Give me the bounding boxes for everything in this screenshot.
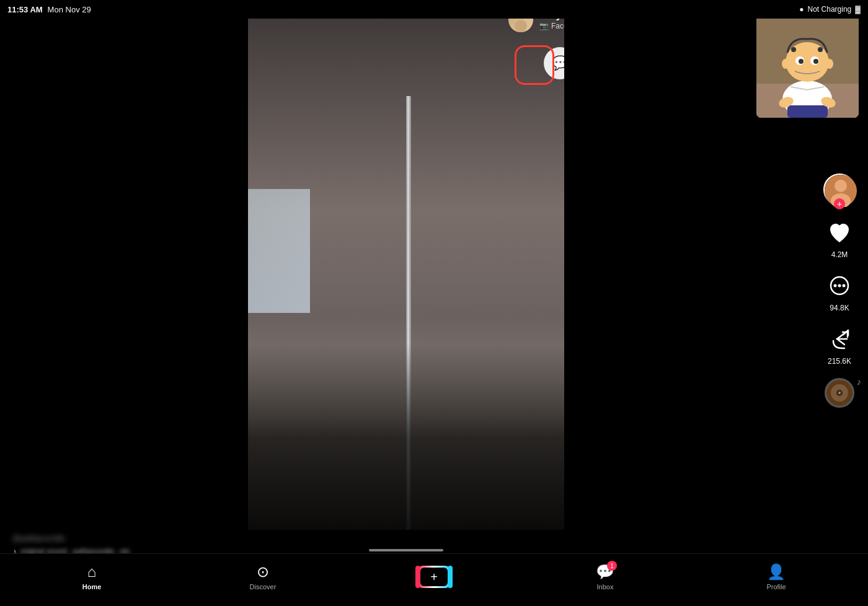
profile-label: Profile [766, 583, 786, 591]
svg-point-26 [838, 392, 841, 394]
tiktok-actions: 4.2M 94.8K [823, 173, 856, 408]
call-type: 📷 FaceTime Video > [539, 22, 564, 30]
comment-count: 94.8K [830, 304, 849, 312]
svg-point-6 [818, 47, 823, 52]
status-time: 11:53 AM [7, 5, 43, 14]
author-avatar-image [825, 175, 857, 207]
nav-discover[interactable]: ⊙ Discover [177, 563, 348, 591]
bottom-nav: ⌂ Home ⊙ Discover + 💬 1 Inbox 👤 Profile [0, 553, 868, 606]
svg-point-10 [813, 59, 818, 64]
svg-point-22 [843, 284, 846, 288]
like-icon [825, 218, 854, 248]
inbox-badge: 1 [607, 561, 617, 571]
share-action[interactable]: 215.6K [825, 325, 854, 366]
network-status: Not Charging [808, 5, 852, 14]
comment-icon [825, 271, 854, 301]
svg-point-5 [791, 47, 796, 52]
svg-point-21 [838, 284, 841, 288]
status-date: Mon Nov 29 [48, 5, 91, 14]
call-type-label: FaceTime Video [551, 22, 564, 30]
inbox-label: Inbox [597, 583, 614, 591]
dropdown-wrapper: SharePlay Automatically For "TikTok" Ask… [496, 87, 564, 192]
homer-svg [756, 9, 859, 118]
wifi-icon: ● [799, 5, 804, 14]
username-blurred: @pathpoundie [12, 534, 248, 543]
message-button[interactable]: 💬 [544, 47, 564, 79]
status-bar: 11:53 AM Mon Nov 29 ● Not Charging ▓ [0, 0, 868, 19]
svg-point-12 [826, 59, 833, 69]
svg-point-20 [834, 284, 837, 288]
share-svg [827, 327, 852, 352]
author-avatar[interactable] [823, 173, 856, 206]
svg-point-17 [835, 180, 847, 192]
home-icon: ⌂ [87, 563, 97, 581]
discover-label: Discover [250, 583, 277, 591]
music-disc-svg [826, 380, 852, 406]
plus-icon: + [430, 570, 438, 584]
right-panel: 4.2M 94.8K [564, 0, 868, 606]
scroll-bar [369, 549, 443, 551]
svg-point-11 [782, 59, 789, 69]
nav-profile[interactable]: 👤 Profile [691, 563, 862, 591]
comment-svg [827, 274, 852, 299]
discover-icon: ⊙ [257, 563, 269, 581]
scroll-indicator [248, 549, 564, 551]
home-label: Home [82, 583, 102, 591]
facetime-overlay: Cely 📷 FaceTime Video > End 💬 🔊 🎤 [496, 0, 564, 192]
nav-home[interactable]: ⌂ Home [6, 563, 177, 591]
share-count: 215.6K [828, 357, 851, 366]
plus-inner: + [420, 568, 448, 586]
comment-action[interactable]: 94.8K [825, 271, 854, 312]
status-indicators: ● Not Charging ▓ [799, 5, 861, 14]
facetime-controls: 💬 🔊 🎤 📷 👤 [496, 42, 564, 84]
heart-svg [827, 221, 852, 245]
like-count: 4.2M [831, 250, 848, 259]
homer-figure [756, 9, 859, 118]
inbox-icon-wrap: 💬 1 [596, 563, 614, 581]
profile-icon: 👤 [767, 563, 786, 581]
window-light [248, 189, 310, 313]
message-icon: 💬 [552, 55, 565, 71]
left-panel: @pathpoundie ♪ original sound · pathpoun… [0, 0, 248, 606]
like-action[interactable]: 4.2M [825, 218, 854, 259]
share-icon [825, 325, 854, 354]
create-button[interactable]: + [418, 566, 450, 588]
nav-create[interactable]: + [348, 566, 520, 588]
video-area: Cely 📷 FaceTime Video > End 💬 🔊 🎤 [248, 0, 564, 530]
svg-point-9 [799, 59, 804, 64]
video-camera-icon: 📷 [539, 22, 549, 30]
svg-rect-3 [787, 105, 828, 118]
battery-icon: ▓ [855, 5, 861, 14]
dark-figure [248, 344, 564, 530]
homer-thumbnail[interactable] [756, 9, 859, 118]
nav-inbox[interactable]: 💬 1 Inbox [520, 563, 691, 591]
music-disc[interactable] [825, 378, 854, 408]
